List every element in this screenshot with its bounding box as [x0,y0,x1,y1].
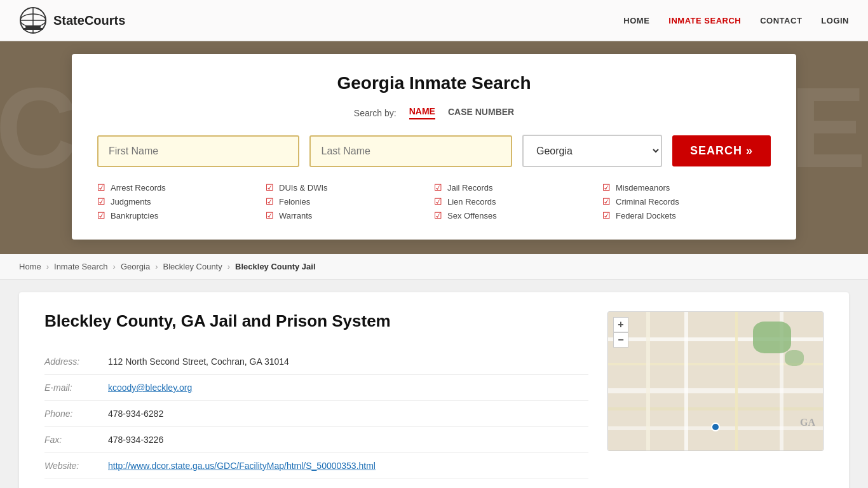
feature-item: ☑Arrest Records [97,182,266,193]
search-by-case-tab[interactable]: CASE NUMBER [448,107,514,119]
feature-label: Sex Offenses [447,211,497,220]
feature-item: ☑Jail Records [434,182,602,193]
content-left: Bleckley County, GA Jail and Prison Syst… [44,311,588,479]
feature-label: DUIs & DWIs [279,183,328,193]
search-card: Georgia Inmate Search Search by: NAME CA… [72,54,796,240]
info-label: Phone: [44,401,108,427]
feature-check-icon: ☑ [97,182,105,193]
map-zoom-out[interactable]: − [613,332,628,348]
feature-check-icon: ☑ [434,182,442,193]
info-value: 478-934-6282 [108,401,588,427]
info-row: Phone:478-934-6282 [44,401,588,427]
info-value[interactable]: kcoody@bleckley.org [108,375,588,401]
feature-label: Bankruptcies [111,211,158,220]
state-select[interactable]: Georgia Alabama Florida Tennessee South … [522,135,662,167]
feature-check-icon: ☑ [266,196,274,207]
breadcrumb-separator: › [46,262,49,271]
search-by-row: Search by: NAME CASE NUMBER [97,106,771,119]
nav-links: HOME INMATE SEARCH CONTACT LOGIN [623,16,849,25]
breadcrumb-separator: › [155,262,158,271]
feature-label: Lien Records [447,197,496,207]
feature-check-icon: ☑ [602,182,611,193]
map-location-pin [711,423,720,431]
feature-item: ☑Criminal Records [602,196,771,207]
feature-item: ☑DUIs & DWIs [266,182,434,193]
logo-icon [19,6,47,34]
feature-check-icon: ☑ [434,210,442,220]
nav-home[interactable]: HOME [623,16,649,25]
features-grid: ☑Arrest Records☑DUIs & DWIs☑Jail Records… [97,182,771,220]
feature-label: Felonies [279,197,310,207]
info-row: Fax:478-934-3226 [44,427,588,453]
feature-check-icon: ☑ [602,210,611,220]
search-button[interactable]: SEARCH » [672,135,771,166]
info-value: 112 North Second Street, Cochran, GA 310… [108,349,588,375]
feature-check-icon: ☑ [266,182,274,193]
feature-item: ☑Sex Offenses [434,210,602,220]
content-title: Bleckley County, GA Jail and Prison Syst… [44,311,588,331]
info-row: Address:112 North Second Street, Cochran… [44,349,588,375]
feature-item: ☑Warrants [266,210,434,220]
svg-rect-5 [23,28,43,30]
info-table: Address:112 North Second Street, Cochran… [44,349,588,479]
logo[interactable]: StateCourts [19,6,125,34]
search-by-name-tab[interactable]: NAME [409,106,435,119]
navigation: StateCourts HOME INMATE SEARCH CONTACT L… [0,0,868,41]
content-area: Bleckley County, GA Jail and Prison Syst… [0,280,868,488]
breadcrumb: Home›Inmate Search›Georgia›Bleckley Coun… [0,254,868,280]
feature-item: ☑Felonies [266,196,434,207]
breadcrumb-link[interactable]: Bleckley County [163,262,222,271]
breadcrumb-link[interactable]: Inmate Search [54,262,108,271]
nav-contact[interactable]: CONTACT [760,16,802,25]
info-label: Website: [44,453,108,479]
breadcrumb-link[interactable]: Georgia [121,262,150,271]
feature-label: Criminal Records [616,197,679,207]
breadcrumb-separator: › [227,262,230,271]
feature-label: Judgments [111,197,151,207]
feature-item: ☑Misdemeanors [602,182,771,193]
feature-check-icon: ☑ [434,196,442,207]
feature-item: ☑Judgments [97,196,266,207]
content-card: Bleckley County, GA Jail and Prison Syst… [19,292,849,488]
info-label: E-mail: [44,375,108,401]
feature-item: ☑Bankruptcies [97,210,266,220]
feature-label: Warrants [279,211,312,220]
map-zoom-in[interactable]: + [613,317,628,332]
feature-label: Misdemeanors [616,183,670,193]
info-label: Fax: [44,427,108,453]
map-container: + − GA [607,311,824,451]
feature-item: ☑Lien Records [434,196,602,207]
search-inputs-row: Georgia Alabama Florida Tennessee South … [97,135,771,167]
nav-login[interactable]: LOGIN [821,16,849,25]
info-row: Website:http://www.dcor.state.ga.us/GDC/… [44,453,588,479]
feature-check-icon: ☑ [97,196,105,207]
map-background: GA [608,312,823,451]
breadcrumb-separator: › [113,262,116,271]
breadcrumb-link[interactable]: Home [19,262,41,271]
breadcrumb-current: Bleckley County Jail [235,262,315,271]
first-name-input[interactable] [97,135,299,167]
info-value: 478-934-3226 [108,427,588,453]
feature-label: Jail Records [447,183,493,193]
feature-check-icon: ☑ [97,210,105,220]
info-label: Address: [44,349,108,375]
feature-item: ☑Federal Dockets [602,210,771,220]
logo-text: StateCourts [53,13,125,28]
info-value[interactable]: http://www.dcor.state.ga.us/GDC/Facility… [108,453,588,479]
feature-check-icon: ☑ [602,196,611,207]
feature-check-icon: ☑ [266,210,274,220]
feature-label: Federal Dockets [616,211,676,220]
map-state-label: GA [800,417,815,428]
search-title: Georgia Inmate Search [97,73,771,93]
map-controls: + − [613,317,628,348]
feature-label: Arrest Records [111,183,166,193]
search-by-label: Search by: [354,108,397,118]
nav-inmate-search[interactable]: INMATE SEARCH [668,16,741,25]
svg-rect-4 [25,25,41,28]
info-row: E-mail:kcoody@bleckley.org [44,375,588,401]
last-name-input[interactable] [309,135,512,167]
